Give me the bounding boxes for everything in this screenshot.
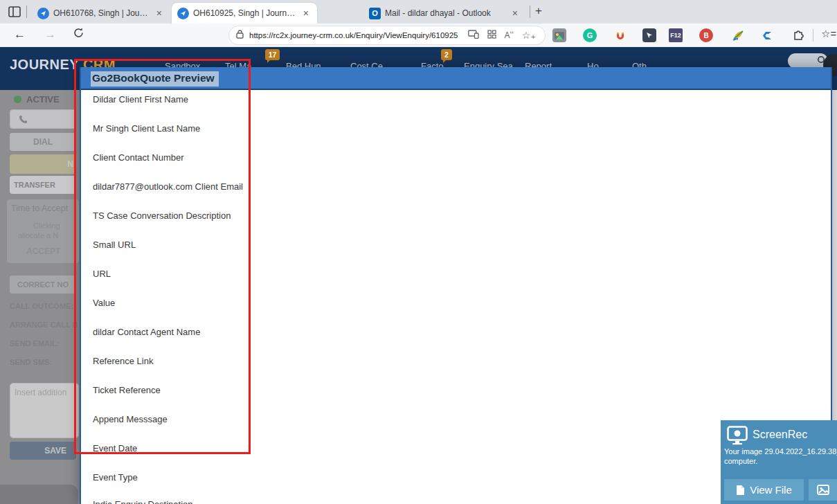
toolbar-divider xyxy=(813,29,813,42)
refresh-button[interactable] xyxy=(73,27,84,42)
arrange-callback-label: ARRANGE CALL B xyxy=(10,321,78,329)
send-email-label: SEND EMAIL: xyxy=(10,339,60,348)
save-button[interactable]: SAVE xyxy=(10,442,76,460)
dropdown-title: Go2BookQuote Preview xyxy=(91,71,219,87)
adblock-extension-icon[interactable]: B xyxy=(699,28,713,42)
dropdown-header: Go2BookQuote Preview xyxy=(81,67,831,90)
merge-field-item[interactable]: Reference Link xyxy=(93,356,153,366)
outlook-favicon: O xyxy=(369,8,381,19)
merge-field-item[interactable]: Small URL xyxy=(93,240,136,250)
add-favorite-star-icon[interactable]: ☆₊ xyxy=(522,30,536,41)
capture-cursor-extension-icon[interactable] xyxy=(642,28,656,42)
screenshot-extension-icon[interactable] xyxy=(552,28,566,42)
journey-crm-favicon xyxy=(37,8,49,19)
favorites-hub-icon[interactable]: ☆= xyxy=(821,28,836,40)
tab-oh610768[interactable]: OH610768, Singh | Journey CRM × xyxy=(32,3,170,24)
additional-notes-textarea[interactable]: Insert addition xyxy=(10,383,79,438)
address-bar[interactable]: https://rc2x.journey-crm.co.uk/Enquiry/V… xyxy=(228,26,546,45)
dimmed-page-corner xyxy=(0,485,78,504)
browser-tab-strip: OH610768, Singh | Journey CRM × OH610925… xyxy=(0,0,837,24)
no-answer-button[interactable]: N xyxy=(10,154,76,174)
merge-field-item[interactable]: Dildar Client First Name xyxy=(93,94,188,105)
status-badge: ACTIVE xyxy=(26,94,60,105)
call-outcome-label: CALL OUTCOME: xyxy=(10,302,73,310)
dial-button[interactable]: DIAL xyxy=(10,133,76,151)
notification-badge: 2 xyxy=(441,49,452,60)
tab-oh610925-active[interactable]: OH610925, Singh | Journey CRM × xyxy=(172,3,317,24)
forward-button: → xyxy=(44,28,56,42)
merge-field-item[interactable]: URL xyxy=(93,269,111,279)
correct-no-button[interactable]: CORRECT NO xyxy=(10,276,76,294)
screenrec-title: ScreenRec xyxy=(753,429,807,441)
merge-field-item[interactable]: Client Contact Number xyxy=(93,152,184,163)
screenrec-popup: ScreenRec Your image 29.04.2022_16.29.38… xyxy=(721,420,837,504)
merge-field-item[interactable]: dildar Contact Agent Name xyxy=(93,327,200,337)
lock-icon xyxy=(236,29,244,42)
time-to-accept-panel: Time to Accept Clicking allocate a N ACC… xyxy=(7,199,79,263)
blue-arrow-extension-icon[interactable] xyxy=(760,28,774,42)
merge-field-item[interactable]: Ticket Reference xyxy=(93,385,161,395)
time-to-accept-label: Time to Accept xyxy=(11,204,68,213)
merge-field-item[interactable]: Event Date xyxy=(93,443,137,453)
transfer-button[interactable]: TRANSFER xyxy=(10,176,76,194)
colorful-leaf-extension-icon[interactable] xyxy=(731,28,745,42)
back-button[interactable]: ← xyxy=(14,28,26,42)
url-text[interactable]: https://rc2x.journey-crm.co.uk/Enquiry/V… xyxy=(249,31,458,39)
merge-field-item[interactable]: India Enquiry Destination xyxy=(93,499,193,504)
tab-close-icon[interactable]: × xyxy=(154,8,165,19)
new-tab-button[interactable]: + xyxy=(535,4,542,18)
send-to-device-icon[interactable] xyxy=(468,29,479,42)
screenrec-monitor-icon xyxy=(727,426,748,448)
apps-grid-icon[interactable] xyxy=(487,29,496,42)
merge-field-item[interactable]: Append Messsage xyxy=(93,414,168,424)
merge-field-item[interactable]: dildar7877@outlook.com Client Email xyxy=(93,181,243,192)
merge-field-item[interactable]: Value xyxy=(93,298,115,308)
clicking-text: Clicking xyxy=(33,222,60,230)
notification-badge: 17 xyxy=(265,49,280,60)
phone-icon xyxy=(19,115,28,124)
phone-number-input[interactable] xyxy=(10,109,76,129)
merge-field-item[interactable]: Mr Singh Client Last Name xyxy=(93,123,200,134)
go2bookquote-dropdown-panel: Go2BookQuote Preview Dildar Client First… xyxy=(80,67,832,504)
journey-crm-favicon xyxy=(177,8,189,19)
magnet-extension-icon[interactable] xyxy=(613,28,627,42)
accept-button[interactable]: ACCEPT xyxy=(26,246,60,256)
call-sidebar: ACTIVE DIAL N TRANSFER Time to Accept Cl… xyxy=(0,90,80,504)
document-icon xyxy=(736,485,745,496)
read-aloud-icon[interactable]: Aʻʻ xyxy=(505,30,514,40)
tab-close-icon[interactable]: × xyxy=(300,8,312,19)
gallery-icon xyxy=(817,485,829,495)
view-file-button[interactable]: View File xyxy=(724,479,804,501)
tab-title: Mail - dildar dhayal - Outlook xyxy=(385,8,505,18)
tab-divider xyxy=(530,6,530,18)
tab-actions-icon[interactable] xyxy=(8,6,21,21)
f12-devtools-extension-icon[interactable]: F12 xyxy=(669,28,683,42)
merge-field-item[interactable]: Event Type xyxy=(93,472,138,483)
gallery-button[interactable] xyxy=(809,479,837,501)
screenrec-message-line2: computer. xyxy=(724,457,757,465)
send-sms-label: SEND SMS: xyxy=(10,358,52,366)
tab-divider xyxy=(26,6,27,18)
grammarly-extension-icon[interactable]: G xyxy=(583,28,597,42)
merge-field-item[interactable]: TS Case Conversation Description xyxy=(93,210,231,221)
tab-title: OH610925, Singh | Journey CRM xyxy=(193,8,296,18)
extensions-puzzle-icon[interactable] xyxy=(791,28,805,42)
screenrec-message-line1: Your image 29.04.2022_16.29.38_ xyxy=(724,447,837,456)
tab-close-icon[interactable]: × xyxy=(510,8,521,19)
active-status-dot xyxy=(14,96,21,103)
allocate-text: allocate a N xyxy=(18,231,58,240)
tab-outlook[interactable]: O Mail - dildar dhayal - Outlook × xyxy=(363,3,526,24)
tab-title: OH610768, Singh | Journey CRM xyxy=(53,8,150,18)
